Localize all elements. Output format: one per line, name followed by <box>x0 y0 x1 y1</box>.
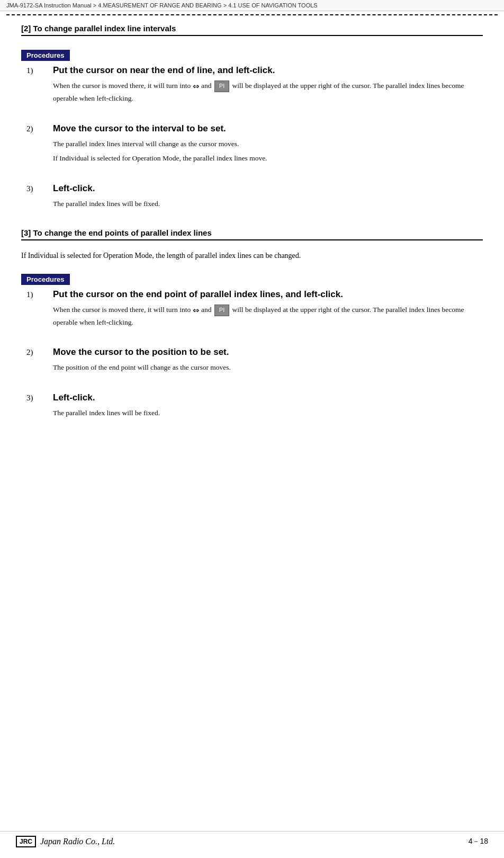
main-content: [2] To change parallel index line interv… <box>0 19 504 449</box>
step-2-3: 3) Left-click. The parallel index lines … <box>26 183 483 213</box>
step-3-2-content: Move the cursor to the position to be se… <box>53 347 483 377</box>
step-2-2-desc2: If Individual is selected for Operation … <box>53 153 483 164</box>
breadcrumb: JMA-9172-SA Instruction Manual > 4.MEASU… <box>0 0 504 11</box>
dashed-separator <box>6 14 498 15</box>
step-3-3-desc: The parallel index lines will be fixed. <box>53 407 483 419</box>
step-2-3-number: 3) <box>26 183 53 213</box>
step-3-3-number: 3) <box>26 392 53 422</box>
step-2-2: 2) Move the cursor to the interval to be… <box>26 123 483 167</box>
breadcrumb-text: JMA-9172-SA Instruction Manual > 4.MEASU… <box>6 2 318 8</box>
section-2-header: [2] To change parallel index line interv… <box>21 24 483 36</box>
section-2: [2] To change parallel index line interv… <box>21 24 483 212</box>
procedures-badge-2: Procedures <box>21 274 70 285</box>
step-2-2-number: 2) <box>26 123 53 167</box>
step-2-1-desc: When the cursor is moved there, it will … <box>53 80 483 104</box>
step-2-3-content: Left-click. The parallel index lines wil… <box>53 183 483 213</box>
step-3-1: 1) Put the cursor on the end point of pa… <box>26 289 483 332</box>
pi-button-1: PI <box>214 81 229 92</box>
step-2-3-desc: The parallel index lines will be fixed. <box>53 198 483 210</box>
step-3-1-content: Put the cursor on the end point of paral… <box>53 289 483 332</box>
step-3-2-number: 2) <box>26 347 53 377</box>
step-2-2-content: Move the cursor to the interval to be se… <box>53 123 483 167</box>
step-3-2-title: Move the cursor to the position to be se… <box>53 347 483 358</box>
step-2-2-desc1: The parallel index lines interval will c… <box>53 138 483 150</box>
step-2-1-content: Put the cursor on near the end of line, … <box>53 65 483 108</box>
company-name: Japan Radio Co., Ltd. <box>40 837 115 846</box>
section-2-steps: 1) Put the cursor on near the end of lin… <box>26 65 483 212</box>
step-3-3-title: Left-click. <box>53 392 483 403</box>
footer-logo: JRC Japan Radio Co., Ltd. <box>16 836 115 847</box>
arrow-icon-2: ⇔ <box>193 306 200 315</box>
section-3-steps: 1) Put the cursor on the end point of pa… <box>26 289 483 422</box>
step-3-2-desc: The position of the end point will chang… <box>53 362 483 373</box>
jrc-label: JRC <box>16 836 36 847</box>
section-3-intro: If Individual is selected for Operation … <box>21 250 483 262</box>
pi-button-2: PI <box>214 305 229 316</box>
arrow-icon-1: ⇔ <box>193 82 200 91</box>
section-3-title: [3] To change the end points of parallel… <box>21 228 212 237</box>
step-3-3-content: Left-click. The parallel index lines wil… <box>53 392 483 422</box>
step-3-1-title: Put the cursor on the end point of paral… <box>53 289 483 300</box>
step-3-1-number: 1) <box>26 289 53 332</box>
section-3: [3] To change the end points of parallel… <box>21 228 483 422</box>
step-3-1-desc: When the cursor is moved there, it will … <box>53 304 483 328</box>
step-2-3-title: Left-click. <box>53 183 483 194</box>
section-3-header: [3] To change the end points of parallel… <box>21 228 483 240</box>
step-2-2-title: Move the cursor to the interval to be se… <box>53 123 483 134</box>
page-footer: JRC Japan Radio Co., Ltd. 4－18 <box>0 831 504 847</box>
page-number: 4－18 <box>469 837 488 846</box>
step-2-1-title: Put the cursor on near the end of line, … <box>53 65 483 76</box>
section-2-title: [2] To change parallel index line interv… <box>21 24 176 33</box>
step-2-1-number: 1) <box>26 65 53 108</box>
step-2-1: 1) Put the cursor on near the end of lin… <box>26 65 483 108</box>
step-3-2: 2) Move the cursor to the position to be… <box>26 347 483 377</box>
procedures-badge-1: Procedures <box>21 50 70 61</box>
step-3-3: 3) Left-click. The parallel index lines … <box>26 392 483 422</box>
